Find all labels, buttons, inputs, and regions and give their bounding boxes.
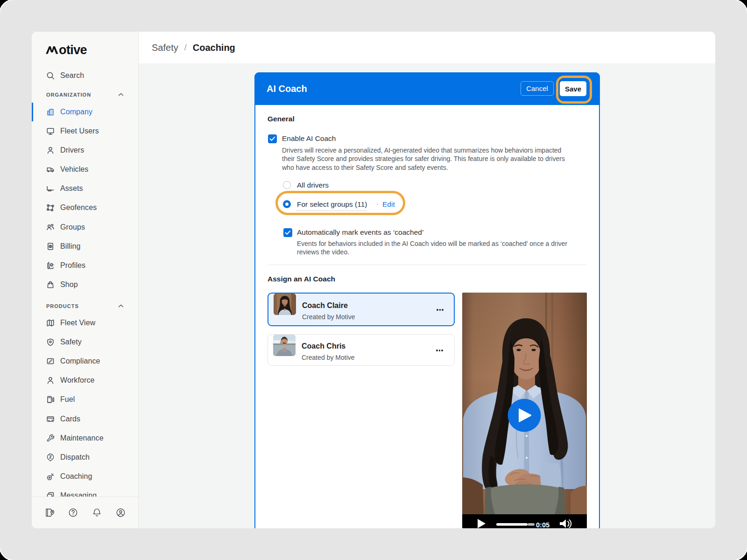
svg-text:0:05: 0:05 xyxy=(536,521,550,528)
svg-text:otive: otive xyxy=(59,43,87,56)
